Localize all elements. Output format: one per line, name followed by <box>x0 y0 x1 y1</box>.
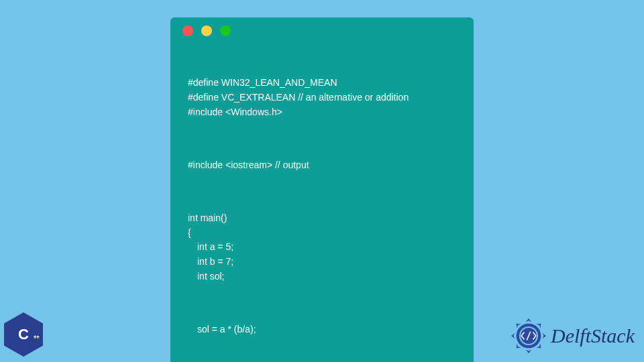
code-window: #define WIN32_LEAN_AND_MEAN #define VC_E… <box>170 17 474 362</box>
code-block-include: #include <iostream> // output <box>188 158 456 173</box>
cpp-logo: C ++ <box>1 310 46 359</box>
svg-marker-4 <box>526 350 532 353</box>
code-line: sol = a * (b/a); <box>188 324 256 335</box>
cpp-hexagon-icon: C ++ <box>4 312 43 357</box>
gear-icon <box>511 318 547 354</box>
code-block-calc: sol = a * (b/a); <box>188 322 456 337</box>
cpp-letter: C <box>18 326 29 343</box>
code-content: #define WIN32_LEAN_AND_MEAN #define VC_E… <box>170 44 474 362</box>
brand-logo: DelftStack <box>511 318 635 354</box>
close-icon <box>182 25 193 36</box>
window-titlebar <box>170 17 474 44</box>
svg-marker-0 <box>526 318 532 322</box>
cpp-plus: ++ <box>33 334 39 341</box>
code-block-defines: #define WIN32_LEAN_AND_MEAN #define VC_E… <box>188 76 456 119</box>
brand-name: DelftStack <box>551 324 635 347</box>
code-line: int main() <box>188 213 227 223</box>
code-line: int a = 5; <box>188 241 233 252</box>
code-block-main-decl: int main() { int a = 5; int b = 7; int s… <box>188 211 456 284</box>
code-line: { <box>188 227 191 238</box>
code-line: #include <Windows.h> <box>188 107 282 117</box>
code-line: int b = 7; <box>188 256 233 267</box>
code-line: #define WIN32_LEAN_AND_MEAN <box>188 77 337 88</box>
svg-marker-2 <box>543 333 546 339</box>
svg-marker-6 <box>511 333 515 339</box>
code-line: #include <iostream> // output <box>188 160 309 170</box>
code-line: int sol; <box>188 271 224 282</box>
maximize-icon <box>220 25 231 36</box>
code-line: #define VC_EXTRALEAN // an alternative o… <box>188 92 409 103</box>
minimize-icon <box>201 25 212 36</box>
